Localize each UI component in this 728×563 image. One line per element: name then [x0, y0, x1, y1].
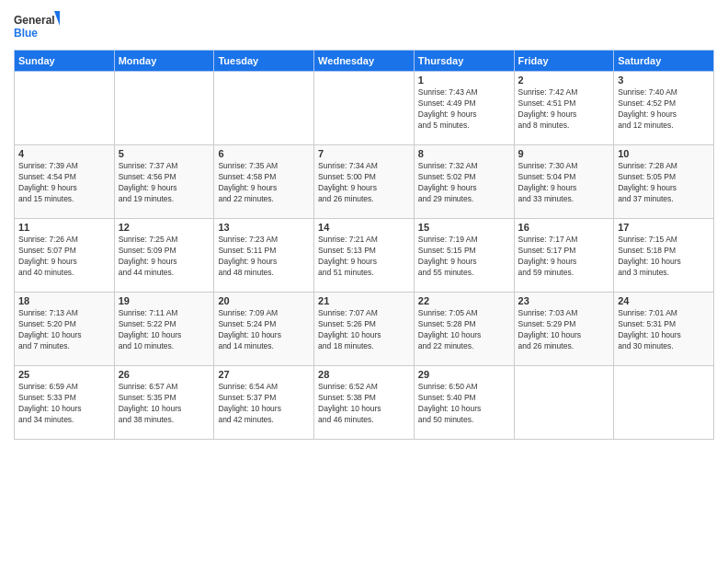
day-info: Sunrise: 7:28 AM Sunset: 5:05 PM Dayligh… [618, 161, 710, 205]
day-number: 16 [518, 222, 610, 233]
calendar-cell [514, 366, 614, 440]
calendar-body: 1Sunrise: 7:43 AM Sunset: 4:49 PM Daylig… [15, 72, 714, 440]
week-row-0: 1Sunrise: 7:43 AM Sunset: 4:49 PM Daylig… [15, 72, 714, 145]
calendar-cell: 2Sunrise: 7:42 AM Sunset: 4:51 PM Daylig… [514, 72, 614, 145]
day-number: 29 [418, 369, 510, 380]
day-number: 14 [318, 222, 410, 233]
day-number: 23 [518, 295, 610, 306]
day-number: 8 [418, 148, 510, 159]
day-info: Sunrise: 7:19 AM Sunset: 5:15 PM Dayligh… [418, 235, 510, 279]
day-info: Sunrise: 7:15 AM Sunset: 5:18 PM Dayligh… [618, 235, 710, 279]
calendar-cell: 8Sunrise: 7:32 AM Sunset: 5:02 PM Daylig… [414, 145, 514, 219]
day-info: Sunrise: 6:59 AM Sunset: 5:33 PM Dayligh… [18, 382, 110, 426]
day-info: Sunrise: 7:09 AM Sunset: 5:24 PM Dayligh… [218, 308, 310, 352]
day-info: Sunrise: 7:26 AM Sunset: 5:07 PM Dayligh… [18, 235, 110, 279]
days-header-row: SundayMondayTuesdayWednesdayThursdayFrid… [15, 51, 714, 72]
day-number: 26 [119, 369, 210, 380]
calendar-cell: 23Sunrise: 7:03 AM Sunset: 5:29 PM Dayli… [514, 293, 614, 366]
day-info: Sunrise: 7:17 AM Sunset: 5:17 PM Dayligh… [518, 235, 610, 279]
calendar-cell: 1Sunrise: 7:43 AM Sunset: 4:49 PM Daylig… [414, 72, 514, 145]
calendar-cell [15, 72, 115, 145]
calendar-cell: 28Sunrise: 6:52 AM Sunset: 5:38 PM Dayli… [314, 366, 415, 440]
calendar-cell: 22Sunrise: 7:05 AM Sunset: 5:28 PM Dayli… [414, 293, 514, 366]
calendar-cell: 7Sunrise: 7:34 AM Sunset: 5:00 PM Daylig… [314, 145, 415, 219]
day-number: 18 [18, 295, 110, 306]
calendar-cell: 4Sunrise: 7:39 AM Sunset: 4:54 PM Daylig… [15, 145, 115, 219]
day-header-friday: Friday [514, 51, 614, 72]
day-number: 4 [18, 148, 110, 159]
calendar-cell: 17Sunrise: 7:15 AM Sunset: 5:18 PM Dayli… [614, 219, 714, 293]
week-row-4: 25Sunrise: 6:59 AM Sunset: 5:33 PM Dayli… [15, 366, 714, 440]
day-info: Sunrise: 6:54 AM Sunset: 5:37 PM Dayligh… [218, 382, 310, 426]
day-info: Sunrise: 7:13 AM Sunset: 5:20 PM Dayligh… [18, 308, 110, 352]
calendar-cell: 16Sunrise: 7:17 AM Sunset: 5:17 PM Dayli… [514, 219, 614, 293]
day-number: 27 [218, 369, 310, 380]
day-number: 2 [518, 75, 610, 86]
day-info: Sunrise: 7:39 AM Sunset: 4:54 PM Dayligh… [18, 161, 110, 205]
calendar-cell [114, 72, 214, 145]
calendar-cell [214, 72, 314, 145]
day-info: Sunrise: 6:50 AM Sunset: 5:40 PM Dayligh… [418, 382, 510, 426]
svg-text:Blue: Blue [14, 27, 38, 40]
day-info: Sunrise: 7:01 AM Sunset: 5:31 PM Dayligh… [618, 308, 710, 352]
calendar-cell: 20Sunrise: 7:09 AM Sunset: 5:24 PM Dayli… [214, 293, 314, 366]
day-info: Sunrise: 7:43 AM Sunset: 4:49 PM Dayligh… [418, 87, 510, 132]
day-number: 7 [318, 148, 410, 159]
week-row-3: 18Sunrise: 7:13 AM Sunset: 5:20 PM Dayli… [15, 293, 714, 366]
calendar-cell: 27Sunrise: 6:54 AM Sunset: 5:37 PM Dayli… [214, 366, 314, 440]
calendar-cell: 13Sunrise: 7:23 AM Sunset: 5:11 PM Dayli… [214, 219, 314, 293]
calendar-cell: 26Sunrise: 6:57 AM Sunset: 5:35 PM Dayli… [114, 366, 214, 440]
day-number: 1 [418, 75, 510, 86]
day-info: Sunrise: 7:34 AM Sunset: 5:00 PM Dayligh… [318, 161, 410, 205]
day-number: 3 [618, 75, 710, 86]
day-info: Sunrise: 7:30 AM Sunset: 5:04 PM Dayligh… [518, 161, 610, 205]
day-number: 10 [618, 148, 710, 159]
calendar-cell: 21Sunrise: 7:07 AM Sunset: 5:26 PM Dayli… [314, 293, 415, 366]
calendar-table: SundayMondayTuesdayWednesdayThursdayFrid… [14, 50, 714, 440]
calendar-cell: 19Sunrise: 7:11 AM Sunset: 5:22 PM Dayli… [114, 293, 214, 366]
calendar-cell: 9Sunrise: 7:30 AM Sunset: 5:04 PM Daylig… [514, 145, 614, 219]
logo: General Blue [14, 9, 60, 44]
calendar-cell: 25Sunrise: 6:59 AM Sunset: 5:33 PM Dayli… [15, 366, 115, 440]
day-info: Sunrise: 7:35 AM Sunset: 4:58 PM Dayligh… [218, 161, 310, 205]
calendar-cell: 24Sunrise: 7:01 AM Sunset: 5:31 PM Dayli… [614, 293, 714, 366]
calendar-cell: 18Sunrise: 7:13 AM Sunset: 5:20 PM Dayli… [15, 293, 115, 366]
day-info: Sunrise: 7:40 AM Sunset: 4:52 PM Dayligh… [618, 87, 710, 132]
day-header-tuesday: Tuesday [214, 51, 314, 72]
day-number: 28 [318, 369, 410, 380]
day-number: 13 [218, 222, 310, 233]
day-number: 15 [418, 222, 510, 233]
day-info: Sunrise: 7:25 AM Sunset: 5:09 PM Dayligh… [119, 235, 210, 279]
header: General Blue [14, 9, 714, 44]
day-number: 11 [18, 222, 110, 233]
day-info: Sunrise: 7:07 AM Sunset: 5:26 PM Dayligh… [318, 308, 410, 352]
day-header-sunday: Sunday [15, 51, 115, 72]
logo-svg: General Blue [14, 9, 60, 44]
calendar-cell: 15Sunrise: 7:19 AM Sunset: 5:15 PM Dayli… [414, 219, 514, 293]
day-number: 5 [119, 148, 210, 159]
calendar-cell: 6Sunrise: 7:35 AM Sunset: 4:58 PM Daylig… [214, 145, 314, 219]
calendar-cell: 5Sunrise: 7:37 AM Sunset: 4:56 PM Daylig… [114, 145, 214, 219]
day-info: Sunrise: 7:21 AM Sunset: 5:13 PM Dayligh… [318, 235, 410, 279]
calendar-cell: 10Sunrise: 7:28 AM Sunset: 5:05 PM Dayli… [614, 145, 714, 219]
day-header-thursday: Thursday [414, 51, 514, 72]
day-info: Sunrise: 6:57 AM Sunset: 5:35 PM Dayligh… [119, 382, 210, 426]
day-number: 19 [119, 295, 210, 306]
day-number: 25 [18, 369, 110, 380]
day-number: 12 [119, 222, 210, 233]
day-number: 21 [318, 295, 410, 306]
calendar-cell [614, 366, 714, 440]
calendar-cell: 12Sunrise: 7:25 AM Sunset: 5:09 PM Dayli… [114, 219, 214, 293]
page: General Blue SundayMondayTuesdayWednesda… [0, 0, 728, 563]
calendar-cell: 14Sunrise: 7:21 AM Sunset: 5:13 PM Dayli… [314, 219, 415, 293]
day-info: Sunrise: 7:37 AM Sunset: 4:56 PM Dayligh… [119, 161, 210, 205]
day-info: Sunrise: 7:03 AM Sunset: 5:29 PM Dayligh… [518, 308, 610, 352]
calendar-cell: 29Sunrise: 6:50 AM Sunset: 5:40 PM Dayli… [414, 366, 514, 440]
svg-marker-2 [54, 11, 60, 26]
svg-text:General: General [14, 14, 55, 27]
day-number: 6 [218, 148, 310, 159]
day-info: Sunrise: 7:23 AM Sunset: 5:11 PM Dayligh… [218, 235, 310, 279]
day-info: Sunrise: 7:05 AM Sunset: 5:28 PM Dayligh… [418, 308, 510, 352]
week-row-2: 11Sunrise: 7:26 AM Sunset: 5:07 PM Dayli… [15, 219, 714, 293]
day-number: 20 [218, 295, 310, 306]
